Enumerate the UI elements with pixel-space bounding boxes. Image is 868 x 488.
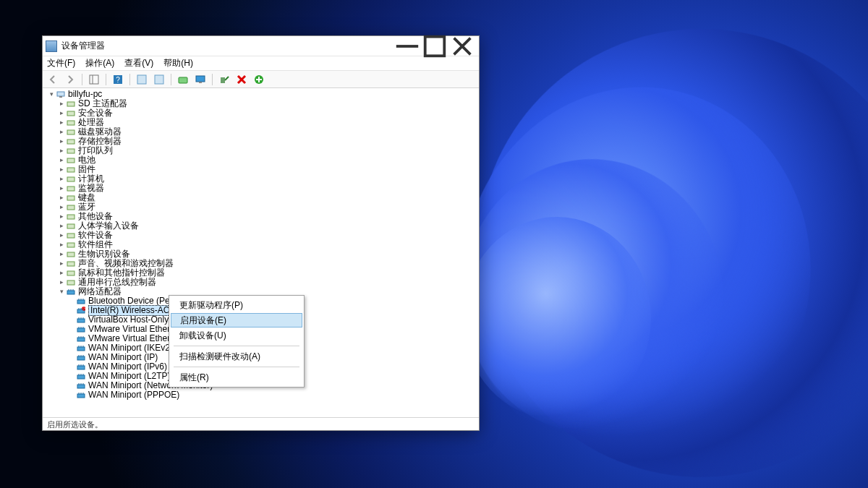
expand-icon[interactable] — [57, 109, 66, 118]
wallpaper-shape — [463, 217, 651, 419]
device-node[interactable]: WAN Miniport (PPPOE) — [66, 390, 479, 400]
expand-icon[interactable] — [57, 194, 66, 202]
device-category-icon — [66, 194, 76, 202]
category-node[interactable]: 软件设备 — [56, 231, 479, 240]
enable-device-button[interactable] — [217, 72, 231, 87]
expand-icon[interactable] — [47, 90, 56, 99]
expand-icon[interactable] — [57, 231, 66, 240]
network-adapter-icon — [76, 354, 86, 362]
expand-icon[interactable] — [57, 250, 66, 259]
device-category-icon — [66, 278, 76, 287]
category-node[interactable]: 固件 — [56, 165, 479, 174]
device-category-icon — [66, 166, 76, 174]
device-category-icon — [66, 250, 76, 259]
svg-rect-25 — [67, 205, 75, 210]
svg-rect-13 — [59, 96, 62, 98]
context-menu-item[interactable]: 卸载设备(U) — [169, 328, 304, 343]
category-node[interactable]: 安全设备 — [56, 108, 479, 118]
svg-rect-42 — [77, 356, 85, 360]
device-category-icon — [66, 147, 76, 155]
category-node[interactable]: 监视器 — [56, 184, 479, 193]
nav-back-button[interactable] — [46, 72, 60, 87]
nav-forward-button[interactable] — [63, 72, 77, 87]
menu-help[interactable]: 帮助(H) — [163, 57, 193, 69]
category-node[interactable]: 键盘 — [56, 193, 479, 202]
category-node[interactable]: 电池 — [56, 155, 479, 165]
disable-uninstall-button[interactable] — [234, 72, 249, 87]
expand-icon[interactable] — [57, 260, 66, 268]
expand-icon[interactable] — [57, 184, 66, 193]
expand-icon[interactable] — [57, 222, 66, 231]
toolbar-icon-2[interactable] — [152, 72, 166, 87]
expand-icon[interactable] — [57, 166, 66, 174]
add-legacy-button[interactable] — [252, 72, 266, 87]
category-node[interactable]: 计算机 — [56, 174, 479, 184]
device-category-icon — [66, 213, 76, 221]
menu-view[interactable]: 查看(V) — [124, 57, 153, 69]
device-category-icon — [66, 100, 76, 108]
category-node[interactable]: 打印队列 — [56, 146, 479, 155]
category-node[interactable]: SD 主适配器 — [56, 99, 479, 108]
svg-rect-44 — [77, 375, 85, 379]
svg-rect-7 — [179, 77, 187, 83]
device-category-icon — [66, 260, 76, 268]
window-title: 设备管理器 — [61, 40, 393, 52]
expand-icon[interactable] — [57, 203, 66, 212]
svg-rect-40 — [77, 338, 85, 341]
svg-rect-10 — [221, 77, 225, 83]
context-menu-item[interactable]: 启用设备(E) — [171, 313, 302, 328]
network-adapter-icon — [76, 335, 86, 343]
expand-icon[interactable] — [57, 147, 66, 155]
menu-file[interactable]: 文件(F) — [47, 57, 75, 69]
context-menu-item[interactable]: 扫描检测硬件改动(A) — [169, 348, 304, 364]
context-menu-item[interactable]: 更新驱动程序(P) — [169, 297, 304, 313]
device-category-icon — [66, 156, 76, 165]
scan-hardware-button[interactable] — [176, 72, 190, 87]
minimize-button[interactable] — [393, 36, 421, 56]
svg-text:?: ? — [116, 76, 120, 84]
device-category-icon — [66, 231, 76, 240]
svg-rect-23 — [67, 187, 75, 191]
category-node[interactable]: 存储控制器 — [56, 137, 479, 146]
expand-icon[interactable] — [57, 269, 66, 278]
close-button[interactable] — [448, 36, 476, 56]
expand-icon[interactable] — [57, 100, 66, 108]
expand-icon[interactable] — [57, 278, 66, 287]
toolbar: ? — [43, 71, 479, 88]
expand-icon[interactable] — [57, 241, 66, 249]
expand-icon[interactable] — [57, 119, 66, 127]
help-button[interactable]: ? — [111, 72, 125, 87]
toolbar-icon-1[interactable] — [135, 72, 149, 87]
svg-rect-24 — [67, 196, 75, 200]
context-menu-separator — [174, 346, 299, 346]
expand-icon[interactable] — [57, 156, 66, 165]
svg-rect-39 — [77, 328, 85, 332]
svg-rect-29 — [67, 243, 75, 247]
show-hide-tree-button[interactable] — [87, 72, 101, 87]
status-text: 启用所选设备。 — [47, 420, 103, 429]
device-category-icon — [66, 184, 76, 193]
network-category-icon — [66, 288, 76, 296]
context-menu-item[interactable]: 属性(R) — [169, 369, 304, 385]
device-category-icon — [66, 119, 76, 127]
context-menu: 更新驱动程序(P)启用设备(E)卸载设备(U)扫描检测硬件改动(A)属性(R) — [169, 295, 305, 388]
network-adapter-icon — [76, 363, 86, 372]
expand-icon[interactable] — [57, 288, 66, 296]
svg-rect-41 — [77, 347, 85, 351]
menu-action[interactable]: 操作(A) — [85, 57, 114, 69]
svg-rect-19 — [67, 149, 75, 153]
svg-rect-14 — [67, 102, 75, 106]
expand-icon[interactable] — [57, 137, 66, 146]
expand-icon[interactable] — [57, 128, 66, 137]
titlebar[interactable]: 设备管理器 — [43, 36, 479, 56]
category-node[interactable]: 人体学输入设备 — [56, 221, 479, 231]
network-adapter-icon — [76, 344, 86, 353]
computer-icon — [56, 90, 66, 99]
expand-icon[interactable] — [57, 213, 66, 221]
category-node[interactable]: 蓝牙 — [56, 202, 479, 212]
network-adapter-icon — [76, 382, 86, 390]
svg-rect-26 — [67, 215, 75, 219]
monitor-button[interactable] — [193, 72, 208, 87]
maximize-button[interactable] — [421, 36, 448, 56]
expand-icon[interactable] — [57, 175, 66, 184]
